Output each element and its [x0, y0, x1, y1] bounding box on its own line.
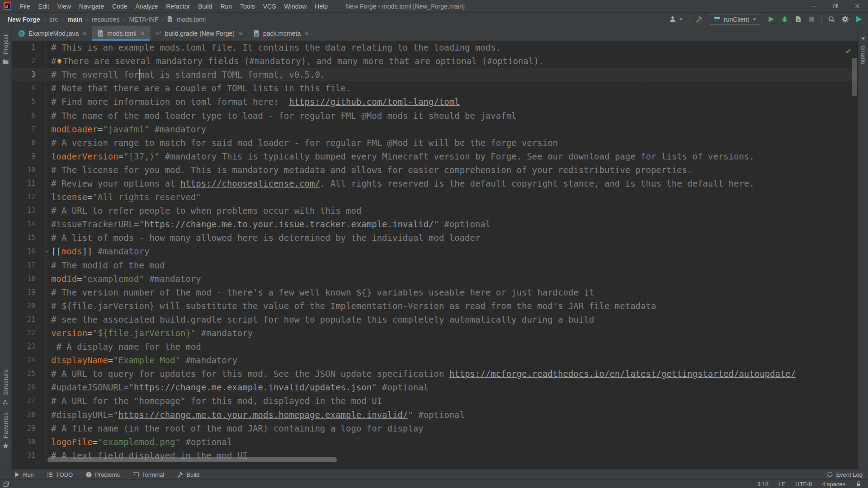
menu-file[interactable]: File [16, 0, 34, 13]
search-everywhere-icon[interactable] [828, 15, 835, 23]
close-icon[interactable] [238, 31, 244, 37]
line-number: 9 [12, 152, 35, 160]
hidden-tabs-chevron-icon[interactable] [861, 36, 866, 41]
lock-toggle[interactable] [855, 481, 862, 487]
vertical-scrollbar[interactable] [852, 58, 857, 96]
event-log-button[interactable]: Event Log [827, 471, 863, 478]
tab-mods-toml[interactable]: [t]mods.toml [92, 26, 150, 41]
folder-icon[interactable] [2, 58, 9, 65]
editor[interactable]: 1# This is an example mods.toml file. It… [12, 41, 858, 469]
intention-bulb-icon[interactable] [56, 58, 63, 65]
code-text: # The license for you mod. This is manda… [51, 165, 692, 175]
status-item-lf[interactable]: LF [778, 481, 785, 488]
tool-window-toggle[interactable] [3, 481, 9, 488]
code-line[interactable]: 24displayName="Example Mod" #mandatory [12, 353, 858, 367]
code-line[interactable]: 21# see the associated build.gradle scri… [12, 313, 858, 326]
learn-ide-icon[interactable] [855, 15, 863, 23]
close-button[interactable] [846, 0, 868, 13]
tab-build-gradle-new-forge[interactable]: build.gradle (New Forge) [150, 26, 248, 41]
tab-pack-mcmeta[interactable]: pack.mcmeta [248, 26, 314, 41]
tab-examplemod-java[interactable]: CExampleMod.java [14, 26, 92, 41]
close-icon[interactable] [140, 31, 146, 37]
code-line[interactable]: 10# The license for you mod. This is man… [12, 163, 858, 177]
breadcrumb-item-resources[interactable]: resources [90, 16, 121, 23]
menu-navigate[interactable]: Navigate [75, 0, 108, 13]
build-hammer-icon[interactable] [695, 15, 703, 23]
code-line[interactable]: 18modId="examplemod" #mandatory [12, 272, 858, 286]
code-line[interactable]: 6# The name of the mod loader type to lo… [12, 108, 858, 122]
menu-refactor[interactable]: Refactor [162, 0, 194, 13]
code-line[interactable]: 11# Review your options at https://choos… [12, 177, 858, 190]
menu-tools[interactable]: Tools [236, 0, 259, 13]
breadcrumb-item-new-forge[interactable]: New Forge [6, 16, 42, 23]
fold-arrow-icon[interactable] [43, 248, 50, 254]
code-line[interactable]: 1# This is an example mods.toml file. It… [12, 41, 858, 54]
tool-window-gradle[interactable]: Gradle [860, 46, 867, 65]
title-bar: IJ FileEditViewNavigateCodeAnalyzeRefact… [0, 0, 868, 13]
code-line[interactable]: 23 # A display name for the mod [12, 340, 858, 353]
menu-vcs[interactable]: VCS [259, 0, 280, 13]
code-line[interactable]: 26#updateJSONURL="https://change.me.exam… [12, 380, 858, 394]
code-line[interactable]: 12license="All rights reserved" [12, 190, 858, 204]
user-account-icon[interactable] [669, 15, 677, 23]
menu-run[interactable]: Run [216, 0, 236, 13]
close-icon[interactable] [304, 31, 310, 37]
structure-icon[interactable] [2, 399, 9, 406]
settings-gear-icon[interactable] [841, 15, 849, 23]
breadcrumb-item-src[interactable]: src [48, 16, 60, 23]
tool-window-favorites[interactable]: Favorites [2, 412, 9, 438]
code-line[interactable]: 22version="${file.jarVersion}" #mandator… [12, 326, 858, 340]
code-line[interactable]: 14#issueTrackerURL="https://change.me.to… [12, 217, 858, 231]
code-line[interactable]: 19# The version number of the mod - ther… [12, 286, 858, 299]
debug-button[interactable] [781, 15, 788, 23]
code-line[interactable]: 25# A URL to query for updates for this … [12, 367, 858, 380]
menu-build[interactable]: Build [194, 0, 216, 13]
toolwindow-button-problems[interactable]: Problems [85, 471, 120, 478]
code-line[interactable]: 7modLoader="javafml" #mandatory [12, 122, 858, 136]
code-line[interactable]: 2#There are several mandatory fields (#m… [12, 54, 858, 68]
star-icon[interactable] [2, 442, 9, 449]
stop-button[interactable] [808, 15, 816, 23]
tool-window-structure[interactable]: Structure [2, 369, 9, 395]
code-line[interactable]: 17# The modid of the mod [12, 258, 858, 272]
run-configuration-select[interactable]: runClient [709, 14, 761, 25]
inspections-ok-icon[interactable] [844, 47, 852, 54]
toolwindow-button-build[interactable]: Build [177, 471, 199, 478]
menu-help[interactable]: Help [311, 0, 332, 13]
breadcrumb-item-main[interactable]: main [66, 16, 84, 23]
code-line[interactable]: 15# A list of mods - how many allowed he… [12, 231, 858, 244]
toolwindow-button-todo[interactable]: TODO [47, 471, 73, 478]
toolwindow-button-terminal[interactable]: Terminal [132, 471, 164, 478]
code-line[interactable]: 27# A URL for the "homepage" for this mo… [12, 394, 858, 408]
menu-code[interactable]: Code [108, 0, 131, 13]
toolwindow-button-label: Terminal [142, 471, 164, 478]
menu-edit[interactable]: Edit [34, 0, 53, 13]
menu-window[interactable]: Window [280, 0, 311, 13]
code-line[interactable]: 9loaderVersion="[37,)" #mandatory This i… [12, 150, 858, 163]
code-line[interactable]: 16[[mods]] #mandatory [12, 244, 858, 258]
minimize-button[interactable] [803, 0, 825, 13]
restore-button[interactable] [825, 0, 846, 13]
horizontal-scrollbar[interactable] [47, 457, 337, 462]
breadcrumb-item-mods-toml[interactable]: [t]mods.toml [166, 16, 207, 23]
tool-window-project[interactable]: Project [2, 34, 9, 54]
code-line[interactable]: 8# A version range to match for said mod… [12, 136, 858, 150]
run-with-coverage-button[interactable] [794, 15, 802, 23]
breadcrumb-item-meta-inf[interactable]: META-INF [127, 16, 160, 23]
code-line[interactable]: 30logoFile="examplemod.png" #optional [12, 435, 858, 449]
close-icon[interactable] [82, 31, 88, 37]
code-line[interactable]: 28#displayURL="https://change.me.to.your… [12, 408, 858, 422]
code-line[interactable]: 29# A file name (in the root of the mod … [12, 422, 858, 435]
status-item-utf-8[interactable]: UTF-8 [795, 481, 812, 488]
status-item-3-18[interactable]: 3:18 [757, 481, 769, 488]
menu-analyze[interactable]: Analyze [132, 0, 162, 13]
run-button[interactable] [767, 15, 775, 23]
status-item-4-spaces[interactable]: 4 spaces [822, 481, 845, 488]
code-line[interactable]: 4# Note that there are a couple of TOML … [12, 81, 858, 95]
chevron-down-icon[interactable] [679, 17, 683, 21]
code-line[interactable]: 20# ${file.jarVersion} will substitute t… [12, 299, 858, 313]
code-line[interactable]: 5# Find more information on toml format … [12, 95, 858, 108]
toolwindow-button-run[interactable]: Run [14, 471, 34, 478]
code-line[interactable]: 13# A URL to refer people to when proble… [12, 204, 858, 217]
menu-view[interactable]: View [53, 0, 75, 13]
